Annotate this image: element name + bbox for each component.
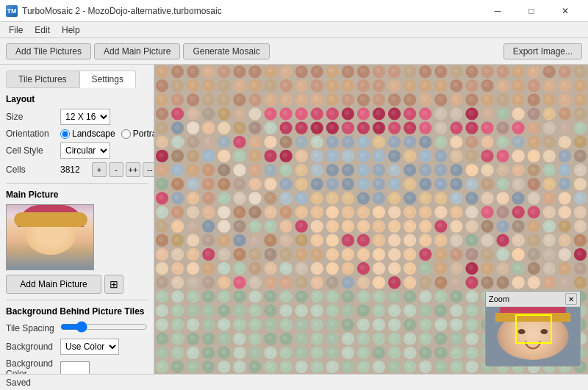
cell-style-select[interactable]: Circular [60,142,110,159]
left-panel: Tile Pictures Settings Layout Size 12 X … [0,65,154,374]
title-bar-controls: ─ □ ✕ [481,0,582,22]
minimize-button[interactable]: ─ [481,0,514,22]
size-label: Size [6,112,57,122]
cells-label: Cells [6,165,57,175]
zoom-highlight [515,314,552,344]
app-icon: TM [6,5,18,17]
toolbar: Add Tile Pictures Add Main Picture Gener… [0,38,588,65]
title-bar: TM TurboMosaic 2 - MozoDojo-alternative.… [0,0,588,22]
generate-mosaic-button[interactable]: Generate Mosaic [183,43,269,59]
orientation-label: Orientation [6,129,57,139]
status-bar: Saved [0,374,588,390]
cells-row: Cells 3812 + - ++ -- [6,162,148,177]
cell-style-label: Cell Style [6,145,57,156]
orientation-group: Landscape Portrait [60,129,154,139]
window-title: TurboMosaic 2 - MozoDojo-alternative.tur… [22,6,222,16]
main-layout: Tile Pictures Settings Layout Size 12 X … [0,65,588,374]
background-select[interactable]: Use Color [60,339,119,355]
status-message: Saved [6,378,31,388]
tab-tile-pictures[interactable]: Tile Pictures [6,71,79,88]
background-row: Background Use Color [6,339,148,355]
zoom-close-button[interactable]: ✕ [565,293,577,305]
cells-double-increment-button[interactable]: ++ [126,162,140,177]
landscape-label: Landscape [72,129,115,139]
cells-decrement-button[interactable]: - [109,162,123,177]
menu-bar: File Edit Help [0,22,588,38]
mosaic-area: Zoom ✕ [154,65,588,374]
zoom-title: Zoom [489,295,509,303]
main-picture-header: Main Picture [6,189,148,200]
background-color-row: Background Color [6,358,148,374]
tab-settings[interactable]: Settings [79,71,136,88]
tabs: Tile Pictures Settings [6,71,148,88]
title-bar-left: TM TurboMosaic 2 - MozoDojo-alternative.… [6,5,222,17]
layout-section-header: Layout [6,94,148,104]
export-image-button[interactable]: Export Image... [503,43,582,59]
landscape-radio-label[interactable]: Landscape [60,129,115,139]
maximize-button[interactable]: □ [514,0,548,22]
menu-help[interactable]: Help [56,24,86,37]
crop-button[interactable]: ⊞ [104,275,123,294]
tile-spacing-row: Tile Spacing [6,321,148,335]
orientation-row: Orientation Landscape Portrait [6,129,148,139]
add-picture-button[interactable]: Add Main Picture [6,275,101,294]
size-select[interactable]: 12 X 16 [60,109,110,125]
menu-edit[interactable]: Edit [29,24,56,37]
add-main-picture-button[interactable]: Add Main Picture [94,43,180,59]
close-button[interactable]: ✕ [548,0,582,22]
tile-spacing-slider-container [60,321,148,335]
zoom-image [486,307,580,366]
cells-increment-button[interactable]: + [92,162,107,177]
divider-1 [6,183,148,184]
background-label: Background [6,342,57,352]
menu-file[interactable]: File [3,24,29,37]
landscape-radio[interactable] [60,129,70,139]
cells-double-decrement-button[interactable]: -- [143,162,154,177]
tile-spacing-slider[interactable] [60,321,148,333]
picture-preview [6,204,94,270]
background-color-label: Background Color [6,358,57,374]
tile-spacing-label: Tile Spacing [6,323,57,333]
portrait-label: Portrait [133,129,154,139]
portrait-radio[interactable] [121,129,131,139]
cell-style-row: Cell Style Circular [6,142,148,159]
cells-value: 3812 [60,165,90,175]
size-row: Size 12 X 16 [6,109,148,125]
divider-2 [6,300,148,300]
portrait-radio-label[interactable]: Portrait [121,129,154,139]
zoom-header: Zoom ✕ [486,292,580,307]
zoom-panel: Zoom ✕ [485,291,581,366]
crop-icon: ⊞ [110,278,118,290]
background-header: Background Behind Picture Tiles [6,306,148,317]
add-picture-row: Add Main Picture ⊞ [6,275,148,294]
background-color-picker[interactable] [60,361,90,374]
cells-controls: 3812 + - ++ -- [60,162,154,177]
add-tile-pictures-button[interactable]: Add Tile Pictures [6,43,91,59]
